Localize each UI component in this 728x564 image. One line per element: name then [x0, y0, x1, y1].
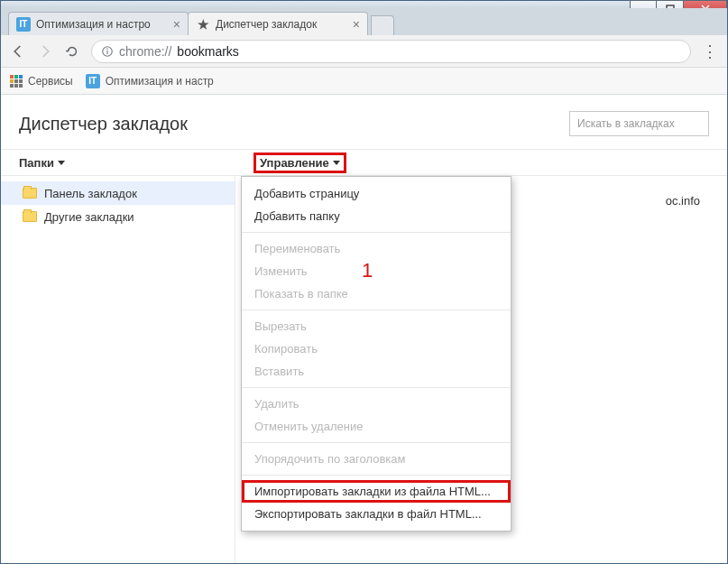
- menu-add-page[interactable]: Добавить страницу: [242, 182, 511, 205]
- menu-separator: [242, 232, 511, 233]
- bookmark-url-fragment: oc.info: [666, 194, 700, 208]
- menu-delete: Удалить: [242, 393, 511, 415]
- folders-label: Папки: [19, 156, 54, 170]
- menu-export-html[interactable]: Экспортировать закладки в файл HTML...: [242, 503, 511, 525]
- url-path: bookmarks: [177, 44, 238, 59]
- apps-label: Сервисы: [28, 75, 73, 88]
- browser-menu-button[interactable]: ⋮: [702, 42, 718, 61]
- back-button[interactable]: [10, 43, 26, 60]
- bookmarks-bar: Сервисы IT Оптимизация и настр: [1, 68, 727, 95]
- search-input[interactable]: Искать в закладках: [569, 111, 709, 136]
- menu-paste: Вставить: [242, 360, 511, 383]
- chevron-down-icon: [58, 161, 65, 165]
- folder-icon: [23, 188, 37, 199]
- bookmark-favicon: IT: [86, 74, 100, 88]
- manage-dropdown-button[interactable]: Управление: [253, 153, 346, 173]
- menu-add-folder[interactable]: Добавить папку: [242, 205, 511, 227]
- menu-edit: Изменить: [242, 260, 511, 282]
- address-bar[interactable]: chrome://bookmarks: [91, 40, 691, 63]
- folders-sidebar: Панель закладок Другие закладки: [1, 176, 235, 563]
- sidebar-folder-item[interactable]: Панель закладок: [1, 181, 235, 205]
- info-icon: [101, 45, 114, 58]
- menu-separator: [242, 475, 511, 476]
- browser-tab-active[interactable]: ★ Диспетчер закладок ×: [188, 12, 368, 35]
- bookmark-label: Оптимизация и настр: [106, 75, 214, 88]
- menu-separator: [242, 310, 511, 310]
- folder-icon: [23, 211, 37, 222]
- tab-title: Диспетчер закладок: [216, 18, 347, 31]
- tab-strip: IT Оптимизация и настро × ★ Диспетчер за…: [1, 8, 727, 35]
- reload-button[interactable]: [64, 43, 80, 60]
- window-titlebar: [1, 1, 727, 8]
- forward-button[interactable]: [37, 43, 53, 60]
- url-scheme: chrome://: [119, 44, 171, 59]
- folder-label: Панель закладок: [44, 187, 137, 200]
- manage-label: Управление: [260, 156, 329, 170]
- menu-copy: Копировать: [242, 337, 511, 360]
- bookmark-item[interactable]: IT Оптимизация и настр: [86, 74, 214, 88]
- annotation-1: 1: [362, 259, 373, 282]
- browser-toolbar: chrome://bookmarks ⋮: [1, 35, 727, 68]
- menu-show-in-folder: Показать в папке: [242, 282, 511, 305]
- folders-column-header[interactable]: Папки: [1, 156, 235, 170]
- tab-favicon: IT: [16, 17, 31, 32]
- browser-tab[interactable]: IT Оптимизация и настро ×: [8, 12, 189, 35]
- menu-sort: Упорядочить по заголовкам: [242, 448, 511, 470]
- tab-close-icon[interactable]: ×: [353, 17, 360, 32]
- manage-dropdown-menu: Добавить страницу Добавить папку Переиме…: [241, 176, 511, 532]
- sidebar-folder-item[interactable]: Другие закладки: [1, 205, 235, 228]
- menu-separator: [242, 387, 511, 388]
- bookmarks-main: oc.info Добавить страницу Добавить папку…: [235, 176, 727, 563]
- tab-close-icon[interactable]: ×: [173, 17, 180, 32]
- menu-import-html[interactable]: Импортировать закладки из файла HTML...: [242, 480, 511, 503]
- new-tab-button[interactable]: [371, 15, 394, 35]
- folder-label: Другие закладки: [44, 210, 134, 224]
- page-content: Диспетчер закладок Искать в закладках Па…: [1, 95, 727, 563]
- star-icon: ★: [196, 17, 210, 32]
- chevron-down-icon: [333, 161, 340, 165]
- tab-title: Оптимизация и настро: [36, 18, 168, 31]
- menu-cut: Вырезать: [242, 315, 511, 337]
- menu-rename: Переименовать: [242, 237, 511, 260]
- search-placeholder: Искать в закладках: [577, 117, 675, 130]
- menu-undo-delete: Отменить удаление: [242, 415, 511, 438]
- svg-point-6: [106, 48, 108, 50]
- apps-shortcut[interactable]: Сервисы: [10, 75, 73, 88]
- apps-icon: [10, 75, 23, 88]
- menu-separator: [242, 442, 511, 443]
- page-title: Диспетчер закладок: [19, 114, 188, 134]
